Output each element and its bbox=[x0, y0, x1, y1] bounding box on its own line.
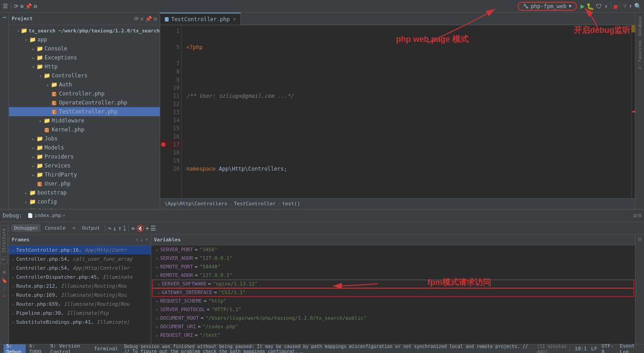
tree-item-console[interactable]: ▸ 📁 Console bbox=[9, 44, 160, 53]
tree-item-operate-controller-php[interactable]: ▸ C OperateController.php bbox=[9, 98, 160, 107]
code-content-area[interactable]: <?php /** User: szliugx@gmail.com ...*/ … bbox=[182, 25, 631, 198]
frame-item-6[interactable]: ⬦ Router.php:659, Illuminate|Routing|Rou bbox=[9, 299, 151, 308]
debug-tab-debugger[interactable]: Debugger bbox=[11, 224, 41, 232]
editor-tab-testcontroller[interactable]: C TestController.php × bbox=[160, 13, 241, 25]
debug-step-into[interactable]: ↓ bbox=[113, 225, 117, 232]
debug-mute-icon[interactable]: 🔇 bbox=[136, 225, 144, 232]
frame-item-8[interactable]: ⬦ SubstituteBindings.php:41, Illuminate| bbox=[9, 317, 151, 326]
tree-item-models[interactable]: ▸ 📁 Models bbox=[9, 143, 160, 152]
tree-item-jobs[interactable]: ▸ 📁 Jobs bbox=[9, 134, 160, 143]
debug-run-to-cursor[interactable]: ⤵ bbox=[123, 225, 126, 232]
sidebar-pin-icon[interactable]: 📌 bbox=[145, 16, 152, 22]
frames-down-icon[interactable]: ↓ bbox=[140, 237, 144, 243]
search-icon[interactable]: 🔍 bbox=[634, 3, 641, 9]
debug-frames-icon[interactable]: ☰ bbox=[150, 225, 156, 232]
toolbar-icon-sync[interactable]: ⟳ bbox=[14, 3, 18, 9]
frame-item-4[interactable]: ⬦ Route.php:212, Illuminate|Routing|Rou bbox=[9, 281, 151, 290]
var-item-request-scheme[interactable]: ⬦ REQUEST_SCHEME = "http" bbox=[151, 297, 635, 305]
status-todo-tab[interactable]: 6: TODO bbox=[27, 344, 46, 353]
tree-item-providers[interactable]: ▸ 📁 Providers bbox=[9, 152, 160, 161]
tree-item-services[interactable]: ▸ 📁 Services bbox=[9, 161, 160, 170]
update-icon[interactable]: ↑ bbox=[629, 3, 632, 9]
coverage-button[interactable]: 🛡 bbox=[596, 3, 602, 10]
sidebar-gear-icon[interactable]: ⚙ bbox=[140, 16, 144, 22]
toolbar-icon-pin[interactable]: 📌 bbox=[25, 3, 32, 9]
tree-item-controller-php[interactable]: ▸ C Controller.php bbox=[9, 89, 160, 98]
stop-button[interactable]: ■ bbox=[614, 3, 617, 10]
sidebar-collapse-icon[interactable]: ⊟ bbox=[154, 16, 157, 22]
var-item-request-uri[interactable]: ⬦ REQUEST_URI = "/test" bbox=[151, 331, 635, 339]
frame-item-3[interactable]: ⬦ ControllerDispatcher.php:45, Illuminat… bbox=[9, 272, 151, 281]
run-config-selector[interactable]: 🔧 php-fpm_web ▼ bbox=[518, 2, 577, 11]
tree-item-bootstrap[interactable]: ▸ 📁 bootstrap bbox=[9, 188, 160, 197]
index-tab-close[interactable]: × bbox=[63, 213, 66, 218]
toolbar-icon-settings[interactable]: ⚙ bbox=[20, 3, 23, 9]
debug-toolbar-icon-settings[interactable]: ⚙ bbox=[633, 212, 637, 219]
status-debug-tab[interactable]: 5: Debug bbox=[4, 344, 26, 353]
debug-evaluate-icon[interactable]: ≈ bbox=[131, 225, 135, 232]
tree-item-test-controller-php[interactable]: ▸ C TestController.php bbox=[9, 107, 160, 116]
frame-item-1[interactable]: ⬦ Controller.php:54, call_user_func_arra… bbox=[9, 254, 151, 263]
var-item-document-root[interactable]: ⬦ DOCUMENT_ROOT = "/Users/liugx/work/php… bbox=[151, 314, 635, 322]
var-item-gateway-interface[interactable]: ⬦ GATEWAY_INTERFACE = "CGI/1.1" bbox=[152, 288, 634, 297]
debug-index-tab[interactable]: 📄 index.php × bbox=[25, 212, 68, 219]
var-item-server-protocol[interactable]: ⬦ SERVER_PROTOCOL = "HTTP/1.1" bbox=[151, 305, 635, 314]
tree-item-http[interactable]: ▾ 📁 Http bbox=[9, 62, 160, 71]
status-encoding[interactable]: UTF-8 bbox=[600, 343, 616, 353]
tab-close-icon[interactable]: × bbox=[233, 16, 236, 22]
status-vcs-tab[interactable]: 9: Version Control bbox=[48, 344, 91, 353]
tree-item-app[interactable]: ▾ 📁 app bbox=[9, 35, 160, 44]
var-item-remote-port[interactable]: ⬦ REMOTE_PORT = "58448" bbox=[151, 262, 635, 271]
breakpoint-indicator[interactable] bbox=[161, 142, 166, 147]
debug-strip-settings[interactable]: ⚙ bbox=[3, 269, 6, 275]
var-item-server-software[interactable]: ⬦ SERVER_SOFTWARE = "nginx/1.13.12" bbox=[152, 280, 634, 288]
debug-strip-star[interactable]: ★ bbox=[3, 293, 6, 299]
status-terminal-tab[interactable]: Terminal bbox=[91, 344, 121, 353]
debug-tab-console[interactable]: Console bbox=[42, 224, 68, 232]
database-strip-tab[interactable]: Database bbox=[637, 14, 643, 37]
run-button[interactable]: ▶ bbox=[581, 2, 585, 10]
var-item-remote-addr[interactable]: ⬦ REMOTE_ADDR = "127.0.0.1" bbox=[151, 271, 635, 280]
tree-item-config[interactable]: ▸ 📁 config bbox=[9, 197, 160, 206]
frames-add-icon[interactable]: + bbox=[145, 237, 148, 243]
breadcrumb-item-test[interactable]: test() bbox=[282, 201, 300, 207]
var-item-server-addr[interactable]: ⬦ SERVER_ADDR = "127.0.0.1" bbox=[151, 254, 635, 262]
status-event-log[interactable]: Event Log bbox=[618, 343, 640, 353]
frame-item-5[interactable]: ⬦ Route.php:169, Illuminate|Routing|Rou bbox=[9, 290, 151, 299]
debug-step-out[interactable]: ↑ bbox=[118, 225, 122, 232]
tree-item-thirdparty[interactable]: ▸ 📁 ThirdParty bbox=[9, 170, 160, 179]
var-item-server-port[interactable]: ⬦ SERVER_PORT = "3456" bbox=[151, 245, 635, 254]
tree-item-tx_search[interactable]: ▾ 📁 tx_search ~/work/php/taxiong/1.2.0/t… bbox=[9, 26, 160, 35]
tree-item-auth[interactable]: ▸ 📁 Auth bbox=[9, 80, 160, 89]
debug-right-icon[interactable]: ⊟ bbox=[638, 236, 641, 242]
debug-button[interactable]: 🐛 bbox=[586, 3, 594, 10]
frame-item-2[interactable]: ⬦ Controller.php:54, App|Http|Controller bbox=[9, 263, 151, 272]
project-strip-icon[interactable]: 1 bbox=[1, 14, 8, 20]
debug-add-watch-icon[interactable]: + bbox=[145, 225, 149, 232]
breadcrumb-item-testcontroller[interactable]: TestController bbox=[234, 201, 276, 207]
toolbar-icon-collapse[interactable]: ⊟ bbox=[34, 3, 37, 9]
debug-output-icon[interactable]: → bbox=[70, 224, 78, 232]
tree-item-kernel-php[interactable]: ▸ C Kernel.php bbox=[9, 125, 160, 134]
toolbar-icon-project[interactable]: ☰ bbox=[3, 3, 8, 9]
tree-item-middleware[interactable]: ▸ 📁 Middleware bbox=[9, 116, 160, 125]
debug-tab-output[interactable]: Output bbox=[79, 224, 103, 232]
frame-item-7[interactable]: ⬦ Pipeline.php:30, Illuminate|Pip bbox=[9, 308, 151, 317]
tree-item-exceptions[interactable]: ▸ 📁 Exceptions bbox=[9, 53, 160, 62]
tree-label-services: Services bbox=[45, 163, 71, 169]
vcs-icon[interactable]: ⑂ bbox=[623, 3, 627, 9]
favorites-strip-tab[interactable]: 2: Favorites bbox=[637, 38, 643, 71]
status-lf[interactable]: LF bbox=[590, 346, 599, 352]
debug-strip-bookmark[interactable]: 🔖 bbox=[1, 278, 8, 284]
debug-step-over[interactable]: ↷ bbox=[108, 225, 111, 232]
breadcrumb-item-controllers[interactable]: \App\Http\Controllers bbox=[165, 201, 227, 207]
structure-tab[interactable]: 7: Structure bbox=[0, 225, 8, 264]
var-item-document-uri[interactable]: ⬦ DOCUMENT_URI = "/index.php" bbox=[151, 322, 635, 331]
tree-item-user-php[interactable]: ▸ C User.php bbox=[9, 179, 160, 188]
frame-item-0[interactable]: ⬦ TestController.php:16, App|Http|Contr bbox=[9, 245, 151, 254]
profiler-button[interactable]: ⚡ bbox=[604, 3, 608, 10]
tree-item-controllers[interactable]: ▾ 📁 Controllers bbox=[9, 71, 160, 80]
sidebar-sync-icon[interactable]: ⟳ bbox=[134, 16, 139, 22]
frames-up-icon[interactable]: ↑ bbox=[135, 237, 139, 243]
debug-toolbar-icon-restore[interactable]: ⊟ bbox=[638, 212, 641, 219]
